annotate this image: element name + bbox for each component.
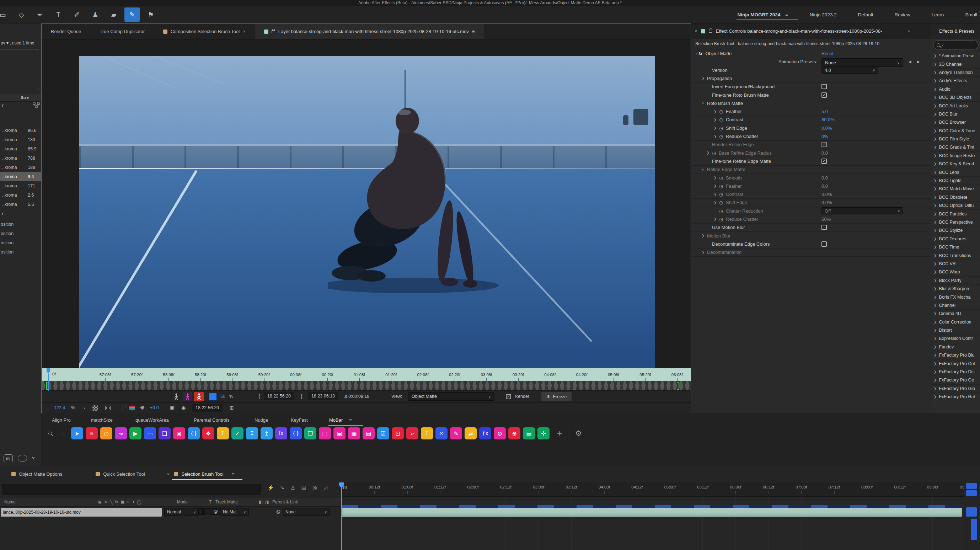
overflow-icon[interactable]: » xyxy=(908,29,911,34)
effect-property-row[interactable]: Use Motion Blur ∨ xyxy=(691,224,931,232)
project-folder-row[interactable]: r xyxy=(2,211,3,216)
timeline-toggle-icon[interactable]: ◿ xyxy=(323,485,328,491)
property-checkbox[interactable] xyxy=(821,142,827,147)
twirl-icon[interactable]: ❯ xyxy=(714,118,719,121)
matte-icon[interactable]: ◨ xyxy=(265,499,269,504)
mobar-plugin-icon[interactable]: ≡ xyxy=(86,427,98,440)
chevron-right-icon[interactable]: ❯ xyxy=(934,179,937,182)
chevron-right-icon[interactable]: ❯ xyxy=(934,387,937,391)
mobar-plugin-icon[interactable]: fx xyxy=(275,427,287,440)
effects-category-row[interactable]: ❯ Distort xyxy=(931,326,980,335)
view-dropdown[interactable]: Object Matte∨ xyxy=(408,392,495,401)
mobar-plugin-icon[interactable]: { } xyxy=(290,427,302,440)
panel-menu-icon[interactable]: ≡ xyxy=(232,472,235,477)
chevron-right-icon[interactable]: ❯ xyxy=(934,88,937,91)
stopwatch-icon[interactable] xyxy=(719,208,726,214)
timeline-toggle-icon[interactable]: ◎ xyxy=(312,485,317,491)
twirl-icon[interactable]: ❯ xyxy=(706,151,712,155)
stopwatch-icon[interactable] xyxy=(719,191,726,197)
scrollbar-block[interactable] xyxy=(966,507,977,517)
footage-row[interactable]: ..kroma 5.5 xyxy=(0,200,41,209)
close-icon[interactable]: × xyxy=(167,472,170,477)
chevron-right-icon[interactable]: ❯ xyxy=(934,279,937,282)
mobar-plugin-icon[interactable]: ▭ xyxy=(144,427,156,440)
switch-icon[interactable]: ▦ xyxy=(121,499,125,504)
chevron-right-icon[interactable]: ❯ xyxy=(934,62,937,66)
twirl-icon[interactable]: ❯ xyxy=(714,176,719,180)
safe-zones-icon[interactable] xyxy=(123,406,128,410)
alpha-boundary-icon[interactable] xyxy=(183,392,192,402)
chevron-right-icon[interactable]: ❯ xyxy=(934,312,937,316)
freeze-button[interactable]: ❄ Freeze xyxy=(541,392,571,401)
tab-matchsize[interactable]: matchSize xyxy=(90,418,135,423)
chevron-right-icon[interactable]: ❯ xyxy=(934,337,937,340)
chevron-right-icon[interactable]: ❯ xyxy=(934,154,937,158)
chevron-right-icon[interactable]: ❯ xyxy=(934,162,937,166)
comp-row[interactable]: osition xyxy=(0,220,41,229)
effect-property-row[interactable]: ∨ Roto Brush Matte ∨ xyxy=(691,99,931,107)
chevron-right-icon[interactable]: ❯ xyxy=(934,295,937,299)
tool-button[interactable]: T xyxy=(51,8,66,22)
workspace-tab[interactable]: Ninja MOGRT 2024≡ xyxy=(737,7,789,22)
timeline-ruler[interactable]: 00:12f01:00f01:12f02:00f02:12f03:00f03:1… xyxy=(341,483,964,497)
property-value[interactable]: 50% xyxy=(821,217,831,222)
tab-composition-selection-brush-tool[interactable]: Composition Selection Brush Tool × xyxy=(154,24,255,39)
video-frame[interactable] xyxy=(79,56,655,368)
current-time-display[interactable]: 18:22:56:20 xyxy=(192,404,223,412)
effects-category-row[interactable]: ❯ Audio xyxy=(931,85,980,94)
chevron-right-icon[interactable]: ❯ xyxy=(934,129,937,132)
tab-render-queue[interactable]: Render Queue xyxy=(41,24,90,39)
tool-button[interactable]: ◇ xyxy=(14,8,29,22)
property-value[interactable]: 0.0% xyxy=(821,200,832,205)
effects-category-row[interactable]: ❯ BCC Perspective xyxy=(931,218,980,226)
effect-property-row[interactable]: ❯ Shift Edge 0.0% 0.0%∨ xyxy=(691,199,931,207)
property-checkbox[interactable] xyxy=(821,159,827,164)
mobar-plugin-icon[interactable]: ➢ xyxy=(406,427,418,440)
twirl-icon[interactable]: ❯ xyxy=(714,126,719,130)
drag-handle-icon[interactable]: ⋮ xyxy=(60,430,66,437)
beta-feedback-button[interactable]: mi xyxy=(3,454,13,462)
pickwhip-icon[interactable]: @ xyxy=(214,509,218,514)
workspace-tab[interactable]: Learn≡ xyxy=(931,7,945,22)
column-name[interactable]: Name xyxy=(4,499,16,504)
effects-category-row[interactable]: ❯ BCC Key & Blend xyxy=(931,160,980,168)
zoom-level[interactable]: 122.4 xyxy=(54,405,65,410)
exposure-value[interactable]: +0.0 xyxy=(150,405,159,410)
switch-icon[interactable]: ◉ xyxy=(98,499,102,504)
previous-preset-icon[interactable]: ◀ xyxy=(908,60,912,64)
mobar-plugin-icon[interactable]: ▤ xyxy=(523,427,535,440)
parent-pickwhip-icon[interactable]: @ xyxy=(276,509,280,514)
region-of-interest-icon[interactable] xyxy=(105,406,111,410)
tool-button[interactable]: ▰ xyxy=(106,8,122,22)
property-value[interactable]: 0.0 xyxy=(821,150,828,156)
matte-icon[interactable]: ◧ xyxy=(259,499,262,504)
chevron-right-icon[interactable]: ❯ xyxy=(934,171,937,174)
effects-category-row[interactable]: ❯ * Animation Prese xyxy=(931,52,980,60)
mobar-plugin-icon[interactable]: ◉ xyxy=(173,427,185,440)
chevron-right-icon[interactable]: ❯ xyxy=(934,104,937,108)
mobar-plugin-icon[interactable]: ▢ xyxy=(319,427,331,440)
timeline-toggle-icon[interactable]: ▤ xyxy=(301,485,306,491)
switch-icon[interactable]: ◑ xyxy=(132,499,134,504)
mobar-plugin-icon[interactable]: ↝ xyxy=(115,427,127,440)
comp-row[interactable]: osition xyxy=(0,238,41,247)
effects-category-row[interactable]: ❯ BCC VR xyxy=(931,260,980,268)
twirl-icon[interactable]: ❯ xyxy=(702,251,707,254)
twirl-icon[interactable]: ❯ xyxy=(714,217,719,221)
tab-align-pro[interactable]: Align Pro xyxy=(51,418,90,423)
animation-presets-dropdown[interactable]: None∨ xyxy=(821,58,903,67)
effects-category-row[interactable]: ❯ Block Party xyxy=(931,277,980,285)
stopwatch-icon[interactable] xyxy=(719,126,726,131)
project-folder-row[interactable]: r xyxy=(2,103,3,108)
chevron-right-icon[interactable]: ❯ xyxy=(934,237,937,241)
twirl-icon[interactable]: ❯ xyxy=(702,234,707,238)
overlay-color-swatch[interactable] xyxy=(209,393,217,401)
chevron-right-icon[interactable]: ❯ xyxy=(934,54,937,57)
effects-category-row[interactable]: ❯ Color Correction xyxy=(931,318,980,326)
effect-property-row[interactable]: ❯ Reduce Chatter 0% 0%∨ xyxy=(691,132,931,140)
tab-selection-brush-tool[interactable]: Selection Brush Tool ≡ xyxy=(173,472,235,477)
foreground-walk-icon[interactable] xyxy=(171,392,181,402)
effect-property-row[interactable]: ❯ Contrast 0.0% 0.0%∨ xyxy=(691,190,931,198)
effects-category-row[interactable]: ❯ BCC Obsolete xyxy=(931,193,980,202)
chevron-right-icon[interactable]: ❯ xyxy=(934,395,937,399)
